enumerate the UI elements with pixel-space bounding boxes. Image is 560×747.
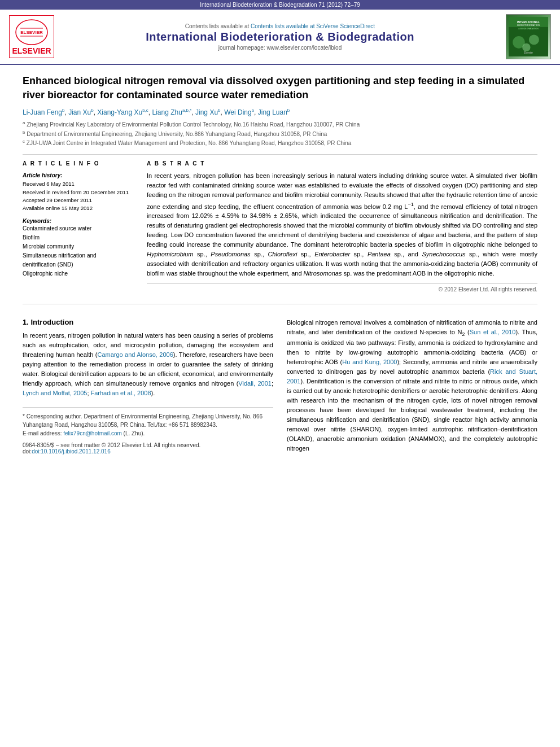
- svg-point-11: [522, 43, 530, 51]
- doi-section: 0964-8305/$ – see front matter © 2012 El…: [23, 442, 273, 455]
- svg-text:INTERNATIONAL: INTERNATIONAL: [517, 21, 540, 24]
- left-column: A R T I C L E I N F O Article history: R…: [23, 160, 135, 292]
- journal-title-area: Contents lists available at Contents lis…: [61, 23, 499, 51]
- article-history: Article history: Received 6 May 2011 Rec…: [23, 171, 135, 212]
- footnote-section: * Corresponding author. Department of En…: [23, 407, 273, 438]
- right-column: A B S T R A C T In recent years, nitroge…: [147, 160, 537, 292]
- divider-top: [23, 154, 537, 155]
- abstract-label: A B S T R A C T: [147, 160, 537, 167]
- article-info-label: A R T I C L E I N F O: [23, 160, 135, 167]
- footnote-email: E-mail address: felix79cn@hotmail.com (L…: [23, 429, 273, 438]
- top-bar: International Biodeterioration & Biodegr…: [0, 0, 560, 10]
- sciverse-line: Contents lists available at Contents lis…: [61, 23, 499, 29]
- svg-text:BIODETERIORATION: BIODETERIORATION: [517, 24, 540, 27]
- journal-header: ELSEVIER ELSEVIER Contents lists availab…: [0, 10, 560, 65]
- journal-title-main: International Biodeterioration & Biodegr…: [61, 30, 499, 43]
- authors-line: Li-Juan Fengb, Jian Xub, Xiang-Yang Xub,…: [23, 108, 537, 116]
- copyright-line: © 2012 Elsevier Ltd. All rights reserved…: [147, 283, 537, 292]
- main-content: Enhanced biological nitrogen removal via…: [0, 65, 560, 464]
- elsevier-logo: ELSEVIER ELSEVIER: [9, 15, 54, 58]
- body-section: 1. Introduction In recent years, nitroge…: [23, 318, 537, 455]
- affiliations: a Zhejiang Provincial Key Laboratory of …: [23, 120, 537, 147]
- journal-homepage: journal homepage: www.elsevier.com/locat…: [61, 45, 499, 51]
- body-right-col: Biological nitrogen removal involves a c…: [287, 318, 537, 455]
- intro-paragraph1: In recent years, nitrogen pollution in n…: [23, 331, 273, 398]
- intro-paragraph2: Biological nitrogen removal involves a c…: [287, 318, 537, 454]
- article-info-abstract: A R T I C L E I N F O Article history: R…: [23, 160, 537, 292]
- abstract-text: In recent years, nitrogen pollution has …: [147, 171, 537, 278]
- body-two-columns: 1. Introduction In recent years, nitroge…: [23, 318, 537, 455]
- issn-line: 0964-8305/$ – see front matter © 2012 El…: [23, 442, 273, 448]
- svg-text:& BIODEGRADATION: & BIODEGRADATION: [518, 28, 539, 30]
- keywords-block: Keywords: Contaminated source water Biof…: [23, 218, 135, 278]
- body-left-col: 1. Introduction In recent years, nitroge…: [23, 318, 273, 455]
- svg-text:Elsevier: Elsevier: [524, 51, 533, 54]
- journal-citation: International Biodeterioration & Biodegr…: [200, 2, 360, 8]
- intro-heading: 1. Introduction: [23, 318, 273, 326]
- divider-bottom: [23, 304, 537, 304]
- article-title: Enhanced biological nitrogen removal via…: [23, 74, 537, 102]
- journal-cover-image: INTERNATIONAL BIODETERIORATION & BIODEGR…: [506, 14, 551, 59]
- svg-point-10: [529, 34, 539, 45]
- doi-line: doi:doi:10.1016/j.ibiod.2011.12.016: [23, 448, 273, 455]
- footnote-corresponding: * Corresponding author. Department of En…: [23, 412, 273, 429]
- svg-text:ELSEVIER: ELSEVIER: [20, 30, 43, 35]
